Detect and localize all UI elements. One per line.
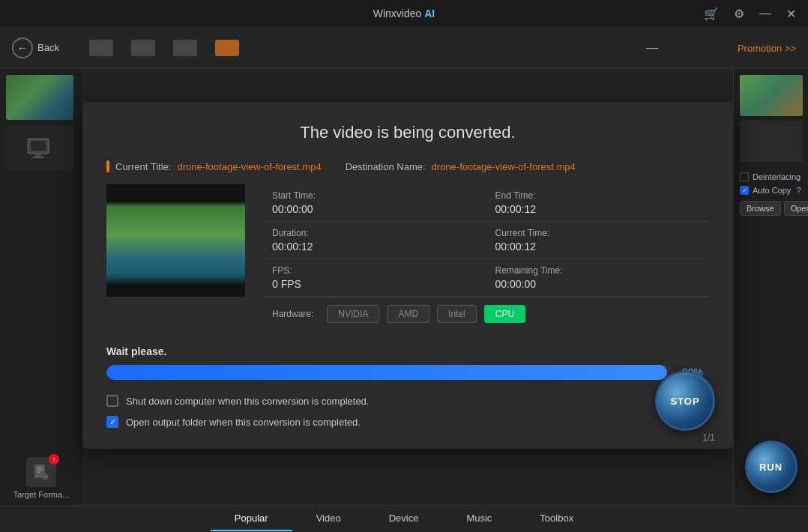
deinterlacing-checkbox[interactable] (740, 172, 749, 181)
top-nav: ← Back Promotion >> — (0, 27, 808, 69)
nav-icon-2[interactable] (131, 40, 155, 56)
nav-shape-2 (131, 40, 155, 56)
checkbox-open-folder[interactable]: ✓ (106, 416, 118, 428)
current-time-label: Current Time: (495, 228, 701, 238)
duration-value: 00:00:12 (272, 241, 477, 253)
sidebar-thumbnail-2 (6, 126, 73, 171)
checkbox-section: Shut down computer when this conversion … (106, 395, 709, 428)
start-time-value: 00:00:00 (272, 203, 477, 215)
svg-rect-1 (31, 141, 46, 151)
tab-music[interactable]: Music (442, 507, 516, 531)
tab-toolbox[interactable]: Toolbox (516, 507, 597, 531)
hardware-label: Hardware: (272, 309, 313, 319)
back-label: Back (37, 42, 59, 53)
minimize-icon[interactable]: — (753, 4, 777, 23)
checkbox-open-folder-row: ✓ Open output folder when this conversio… (106, 416, 709, 428)
sidebar-thumbnail-1 (6, 75, 73, 120)
conversion-title: The video is being converted. (106, 123, 709, 142)
stop-button-label: STOP (670, 396, 699, 407)
autocopy-help-icon[interactable]: ? (796, 186, 801, 195)
hw-amd-button[interactable]: AMD (387, 305, 429, 323)
stat-remaining-time: Remaining Time: 00:00:00 (486, 259, 710, 297)
promotion-link[interactable]: Promotion >> (738, 42, 796, 53)
autocopy-checkbox[interactable]: ✓ (740, 186, 749, 195)
run-button-area: RUN (740, 441, 802, 499)
end-time-value: 00:00:12 (495, 203, 701, 215)
tab-device[interactable]: Device (365, 507, 443, 531)
svg-rect-2 (35, 154, 41, 157)
main-content: The video is being converted. Current Ti… (82, 69, 733, 505)
close-icon[interactable]: ✕ (780, 4, 802, 24)
dest-name-value: drone-footage-view-of-forest.mp4 (432, 161, 576, 172)
run-button[interactable]: RUN (745, 441, 798, 493)
svg-rect-3 (32, 157, 44, 158)
nav-shape-3 (173, 40, 197, 56)
right-icons-row: Browse Open (740, 201, 802, 216)
start-time-label: Start Time: (272, 190, 477, 201)
thumbnail-image (6, 75, 73, 120)
stat-duration: Duration: 00:00:12 (263, 222, 486, 259)
autocopy-label: Auto Copy (753, 186, 791, 195)
checkbox-open-folder-label: Open output folder when this conversion … (126, 417, 361, 428)
browse-button[interactable]: Browse (740, 201, 781, 216)
deinterlacing-option: Deinterlacing (740, 172, 802, 181)
right-thumbnail-1 (740, 75, 803, 116)
conversion-overlay: The video is being converted. Current Ti… (82, 96, 733, 478)
current-time-value: 00:00:12 (495, 241, 701, 253)
svg-point-9 (44, 476, 46, 478)
hw-cpu-button[interactable]: CPU (484, 305, 525, 323)
settings-icon[interactable]: ⚙ (728, 4, 750, 24)
wait-label: Wait please. (106, 345, 709, 357)
target-format-icon[interactable]: ! (26, 457, 56, 487)
checkbox-shutdown[interactable] (106, 395, 118, 407)
deinterlacing-label: Deinterlacing (753, 172, 801, 181)
remaining-time-value: 00:00:00 (495, 278, 701, 290)
duration-label: Duration: (272, 228, 477, 238)
right-thumbnail-2 (740, 121, 803, 162)
main-layout: ☷ 📁 The video is being converted. Curren… (0, 69, 808, 505)
target-badge: ! (49, 454, 59, 465)
open-button[interactable]: Open (784, 201, 808, 216)
remaining-time-label: Remaining Time: (495, 265, 701, 276)
right-options: Deinterlacing ✓ Auto Copy ? (740, 172, 802, 195)
nav-icon-1[interactable] (89, 40, 113, 56)
left-sidebar: ☷ 📁 (0, 69, 82, 505)
current-title-value: drone-footage-view-of-forest.mp4 (177, 161, 321, 172)
top-minimize-icon[interactable]: — (646, 41, 658, 55)
cart-icon[interactable]: 🛒 (698, 4, 725, 24)
progress-bar-background (106, 365, 673, 380)
hw-intel-button[interactable]: Intel (437, 305, 477, 323)
tab-video[interactable]: Video (292, 507, 365, 531)
title-bar-accent (106, 160, 109, 172)
target-format-label: Target Forma... (13, 490, 70, 499)
dest-name-label: Destination Name: (346, 161, 426, 172)
checkbox-shutdown-label: Shut down computer when this conversion … (126, 396, 369, 407)
current-title-row: Current Title: drone-footage-view-of-for… (106, 160, 709, 172)
right-sidebar: Deinterlacing ✓ Auto Copy ? Browse Open … (733, 69, 808, 505)
stop-button-area: STOP (655, 371, 715, 431)
back-circle-icon: ← (12, 37, 33, 58)
nav-icon-4[interactable] (215, 40, 239, 56)
tab-popular[interactable]: Popular (211, 507, 292, 531)
progress-bar-container: 99% (106, 365, 709, 380)
nav-shape-4 (215, 40, 239, 56)
stop-button[interactable]: STOP (655, 371, 715, 431)
hardware-row: Hardware: NVIDIA AMD Intel CPU (263, 297, 709, 330)
device-icon (25, 137, 55, 160)
bottom-tab-bar: Popular Video Device Music Toolbox (0, 505, 808, 532)
window-controls: 🛒 ⚙ — ✕ (698, 4, 802, 24)
hw-nvidia-button[interactable]: NVIDIA (327, 305, 379, 323)
app-title: Winxvideo AI (373, 7, 435, 19)
progress-section: Wait please. 99% (106, 345, 709, 380)
document-gear-icon (32, 463, 50, 481)
fps-label: FPS: (272, 265, 477, 276)
stat-current-time: Current Time: 00:00:12 (486, 222, 710, 259)
conversion-panel: The video is being converted. Current Ti… (82, 102, 733, 449)
back-button[interactable]: ← Back (12, 37, 59, 58)
stat-start-time: Start Time: 00:00:00 (263, 184, 486, 222)
stat-end-time: End Time: 00:00:12 (486, 184, 710, 222)
fps-value: 0 FPS (272, 278, 477, 290)
nav-icons (89, 40, 239, 56)
nav-icon-3[interactable] (173, 40, 197, 56)
video-thumbnail (106, 184, 245, 297)
